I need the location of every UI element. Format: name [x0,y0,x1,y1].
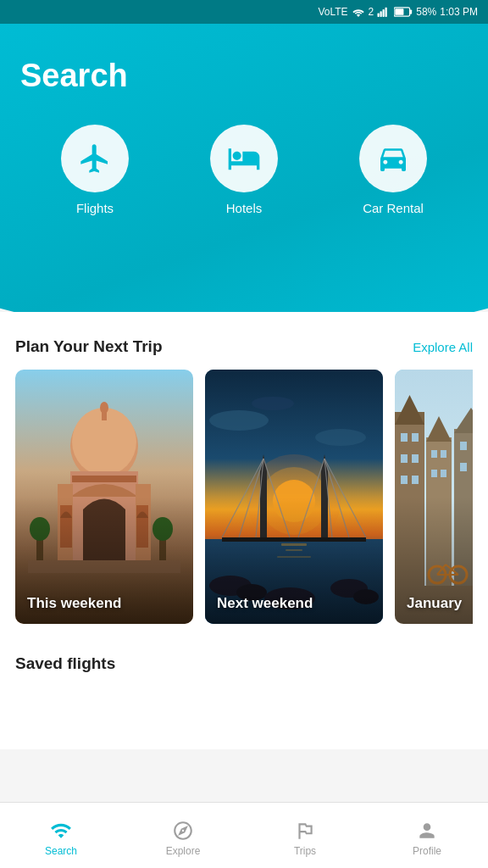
sim-indicator: 2 [369,6,374,18]
car-icon [376,142,410,175]
network-indicator: VoLTE [318,6,347,18]
explore-all-link[interactable]: Explore All [413,340,473,354]
trip-card-this-weekend[interactable]: This weekend [15,370,193,624]
svg-rect-2 [383,9,385,17]
hotels-category[interactable]: Hotels [210,125,278,215]
svg-rect-3 [385,8,387,17]
svg-rect-0 [378,14,380,18]
signal-icon [377,7,391,17]
person-icon [416,820,438,842]
wifi-icon [352,7,365,17]
svg-rect-1 [380,11,382,17]
battery-percent: 58% [416,6,436,18]
nav-item-explore[interactable]: Explore [122,815,244,857]
status-icons: VoLTE 2 58% 1:03 PM [318,6,478,18]
trip-section-title: Plan Your Next Trip [15,337,163,356]
svg-point-10 [100,402,108,414]
trip-section-header: Plan Your Next Trip Explore All [15,337,473,356]
main-content: Plan Your Next Trip Explore All [0,312,488,749]
svg-rect-57 [401,454,408,463]
page-title: Search [20,58,468,94]
search-nav-icon [50,820,72,842]
bottom-navigation: Search Explore Trips Profile [0,802,488,868]
search-nav-label: Search [45,845,77,857]
svg-point-26 [209,410,269,431]
trip-cards-container: This weekend [15,370,473,631]
nav-item-profile[interactable]: Profile [366,815,488,857]
trip-card-next-weekend[interactable]: Next weekend [205,370,383,624]
nav-item-trips[interactable]: Trips [244,815,366,857]
profile-nav-icon [416,820,438,842]
svg-rect-65 [431,470,437,477]
flights-label: Flights [76,201,114,215]
car-rental-icon-circle [359,125,427,192]
status-bar: VoLTE 2 58% 1:03 PM [0,0,488,24]
svg-rect-66 [441,470,446,477]
trips-icon [294,820,316,842]
next-weekend-label: Next weekend [217,595,313,612]
svg-rect-59 [401,476,408,484]
nav-item-search[interactable]: Search [0,815,122,857]
svg-rect-64 [441,450,446,458]
saved-flights-section: Saved flights [15,654,473,673]
svg-rect-56 [412,433,419,442]
svg-rect-55 [401,433,408,442]
explore-nav-label: Explore [166,845,201,857]
svg-rect-63 [431,450,437,458]
svg-rect-14 [72,476,136,482]
svg-point-28 [252,397,294,410]
svg-rect-58 [412,454,419,463]
car-rental-label: Car Rental [363,201,424,215]
svg-rect-69 [460,442,467,450]
hotels-label: Hotels [226,201,263,215]
svg-rect-5 [396,8,404,15]
saved-flights-title: Saved flights [15,654,115,672]
battery-icon [394,7,413,17]
trips-nav-icon [294,820,316,842]
hotel-icon [227,142,261,175]
svg-rect-60 [412,476,419,484]
svg-point-27 [315,429,366,446]
search-categories: Flights Hotels Car Rental [20,125,468,215]
hotels-icon-circle [210,125,278,192]
hero-section: Search Flights Hotels [0,24,488,346]
january-label: January [407,595,462,612]
flights-category[interactable]: Flights [61,125,129,215]
wifi-signal-icon [50,820,72,842]
trip-card-january[interactable]: January [395,370,473,624]
profile-nav-label: Profile [413,845,441,857]
time-display: 1:03 PM [440,6,478,18]
compass-icon [172,820,194,842]
car-rental-category[interactable]: Car Rental [359,125,427,215]
flights-icon-circle [61,125,129,192]
svg-rect-6 [410,9,413,14]
this-weekend-label: This weekend [27,595,121,612]
trips-nav-label: Trips [294,845,316,857]
plane-icon [78,142,112,175]
explore-nav-icon [172,820,194,842]
svg-rect-71 [460,463,467,471]
